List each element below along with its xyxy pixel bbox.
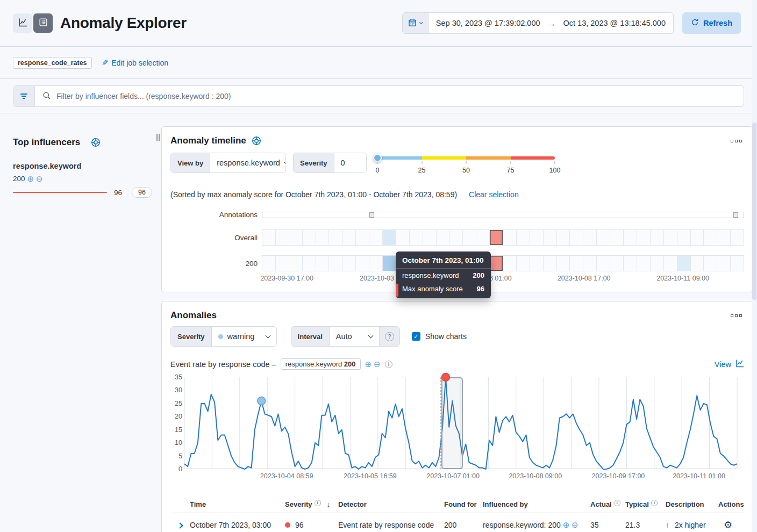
line-chart-svg[interactable]	[184, 377, 737, 469]
single-metric-viewer-button[interactable]	[13, 13, 32, 33]
swimlane-cell[interactable]	[731, 256, 744, 271]
scrollbar-thumb[interactable]	[752, 123, 756, 300]
influencer-value[interactable]: 200	[13, 175, 25, 183]
swimlane-cell[interactable]	[530, 230, 544, 245]
swimlane-cell[interactable]	[303, 256, 316, 271]
swimlane-cell[interactable]	[570, 230, 583, 245]
swimlane-cell[interactable]	[717, 230, 731, 245]
swimlane-cell[interactable]	[503, 256, 517, 271]
swimlane-cell[interactable]	[329, 256, 342, 271]
swimlane-cell[interactable]	[610, 256, 624, 271]
anomaly-explorer-button[interactable]	[33, 13, 53, 33]
filter-plus-icon[interactable]: ⊕	[365, 360, 372, 368]
date-start[interactable]: Sep 30, 2023 @ 17:39:02.000	[429, 19, 548, 27]
swimlane-cell[interactable]	[342, 230, 356, 245]
swimlane-cell[interactable]	[717, 256, 731, 271]
help-ring-icon[interactable]	[252, 136, 261, 146]
swimlane-cell[interactable]	[677, 230, 691, 245]
swimlane-cell[interactable]	[651, 256, 664, 271]
swimlane-cell[interactable]	[289, 230, 303, 245]
swimlane-cell[interactable]	[449, 230, 463, 245]
filter-minus-icon[interactable]: ⊖	[374, 360, 381, 368]
swimlane-cell[interactable]	[517, 256, 530, 271]
swimlane-cell[interactable]	[369, 256, 383, 271]
swimlane-cell[interactable]	[423, 230, 437, 245]
swimlane-cell[interactable]	[289, 256, 303, 271]
swimlane-cell[interactable]	[276, 230, 289, 245]
calendar-button[interactable]	[403, 13, 429, 33]
swimlane-cell[interactable]	[557, 256, 570, 271]
swimlane-cell[interactable]	[544, 256, 557, 271]
swimlane-cell[interactable]	[437, 230, 450, 245]
swimlane-cell[interactable]	[503, 230, 517, 245]
filter-plus-icon[interactable]: ⊕	[27, 175, 34, 183]
swimlane-cell[interactable]	[383, 256, 396, 271]
edit-job-selection-link[interactable]: ✎ Edit job selection	[102, 58, 168, 68]
annotations-bar[interactable]	[262, 212, 744, 218]
swimlane-cell[interactable]	[677, 256, 691, 271]
swimlane-cell[interactable]	[369, 230, 383, 245]
filter-minus-icon[interactable]: ⊖	[572, 520, 579, 529]
swimlane-cell[interactable]	[704, 256, 717, 271]
swimlane-cell[interactable]	[463, 230, 476, 245]
swimlane-cell[interactable]	[664, 256, 677, 271]
clear-selection-link[interactable]: Clear selection	[469, 190, 519, 199]
panel-resizer[interactable]	[156, 126, 161, 532]
date-end[interactable]: Oct 13, 2023 @ 13:18:45.000	[556, 19, 673, 27]
swimlane-cell[interactable]	[356, 256, 369, 271]
filter-plus-icon[interactable]: ⊕	[563, 520, 570, 529]
swimlane-cell[interactable]	[583, 230, 597, 245]
panel-menu-icon[interactable]	[729, 138, 744, 145]
filter-minus-icon[interactable]: ⊖	[36, 175, 43, 183]
swimlane-cell[interactable]	[583, 256, 597, 271]
swimlane-cell[interactable]	[544, 230, 557, 245]
swimlane-cell[interactable]	[637, 256, 651, 271]
swimlane-cell[interactable]	[342, 256, 356, 271]
swimlane-cell[interactable]	[637, 230, 651, 245]
swimlane-cell[interactable]	[316, 256, 330, 271]
swimlane-cell[interactable]	[383, 230, 396, 245]
interval-value[interactable]: Auto	[330, 327, 379, 346]
swimlane-cell[interactable]	[490, 230, 503, 245]
info-icon[interactable]: i	[385, 361, 392, 368]
scrollbar-track[interactable]	[752, 0, 757, 532]
swimlane-cell[interactable]	[517, 230, 530, 245]
chart-field-badge[interactable]: response.keyword 200	[281, 358, 361, 370]
expand-row-button[interactable]	[170, 521, 190, 529]
swimlane-cell[interactable]	[624, 230, 637, 245]
swimlane-cell[interactable]	[557, 230, 570, 245]
swimlane-cell[interactable]	[303, 230, 316, 245]
swimlane-cell[interactable]	[262, 230, 276, 245]
cell-actions[interactable]: ⚙	[718, 519, 744, 531]
swimlane-cell[interactable]	[597, 256, 610, 271]
panel-menu-icon[interactable]	[729, 312, 744, 319]
event-rate-chart[interactable]: 05101520253035	[170, 377, 744, 469]
help-ring-icon[interactable]	[91, 138, 101, 147]
swimlane-cell[interactable]	[396, 230, 410, 245]
swimlane-cell[interactable]	[624, 256, 637, 271]
annotation-marker[interactable]	[369, 212, 374, 218]
view-in-single-metric-viewer-link[interactable]: View	[715, 359, 744, 369]
swimlane-cell[interactable]	[704, 230, 717, 245]
swimlane-cell[interactable]	[691, 230, 704, 245]
swimlane-cell[interactable]	[664, 230, 677, 245]
interval-help-button[interactable]: ?	[379, 327, 399, 346]
swimlane-cell[interactable]	[651, 230, 664, 245]
swimlane-cell[interactable]	[530, 256, 544, 271]
job-badge[interactable]: response_code_rates	[13, 57, 92, 69]
swimlane-cell[interactable]	[731, 230, 744, 245]
swimlane-cell[interactable]	[570, 256, 583, 271]
swimlane-cell[interactable]	[276, 256, 289, 271]
swimlane-cell[interactable]	[610, 230, 624, 245]
show-charts-checkbox[interactable]: ✓	[412, 332, 420, 341]
swimlane-cell[interactable]	[490, 256, 503, 271]
view-by-value[interactable]: response.keyword	[210, 153, 286, 172]
severity-threshold-value[interactable]: warning	[212, 327, 276, 346]
swimlane-cell[interactable]	[597, 230, 610, 245]
refresh-button[interactable]: Refresh	[682, 12, 741, 34]
severity-slider-track[interactable]	[377, 156, 555, 160]
swimlane-cell[interactable]	[329, 230, 342, 245]
sort-desc-icon[interactable]: ↓	[327, 500, 331, 509]
swimlane-cell[interactable]	[691, 256, 704, 271]
swimlane-cell[interactable]	[316, 230, 330, 245]
